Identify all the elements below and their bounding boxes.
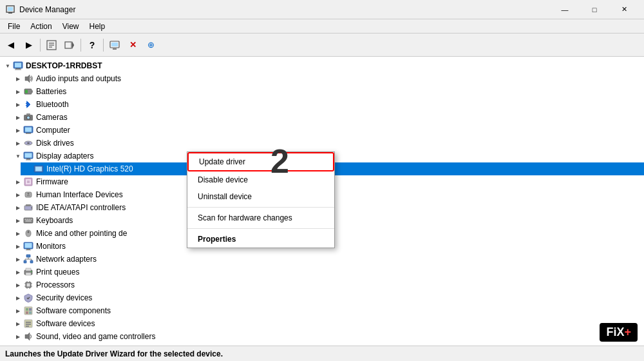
svg-point-22: [27, 117, 30, 119]
sw-devices-icon: [23, 318, 33, 329]
fix-watermark: FiX+: [600, 323, 638, 342]
toolbar-add[interactable]: ⊕: [142, 37, 159, 54]
tree-print[interactable]: ▶ Print queues: [10, 266, 644, 278]
svg-rect-81: [26, 311, 28, 314]
svg-rect-13: [15, 63, 21, 68]
toolbar: ◀ ▶ ? ✕ ⊕: [0, 34, 644, 57]
network-label: Network adapters: [36, 255, 97, 264]
close-button[interactable]: ✕: [609, 0, 639, 19]
network-toggle: ▶: [13, 254, 23, 264]
svg-rect-48: [29, 219, 30, 220]
menu-view[interactable]: View: [57, 21, 84, 32]
tree-batteries[interactable]: ▶ Batteries: [10, 85, 644, 98]
disk-icon: [23, 138, 33, 148]
menu-help[interactable]: Help: [84, 21, 111, 32]
security-label: Security devices: [36, 293, 92, 302]
ctx-disable-device[interactable]: Disable device: [187, 171, 334, 188]
tree-root[interactable]: ▼ DESKTOP-1RRDBST: [0, 59, 644, 72]
ctx-uninstall-device[interactable]: Uninstall device: [187, 188, 334, 205]
svg-marker-87: [25, 333, 30, 340]
svg-rect-23: [26, 113, 30, 115]
svg-rect-79: [26, 308, 28, 311]
print-icon: [23, 267, 33, 277]
svg-rect-7: [65, 42, 71, 48]
processors-icon: [23, 280, 33, 290]
processors-label: Processors: [36, 280, 75, 289]
context-menu: Update driver Disable device Uninstall d…: [187, 151, 335, 248]
toolbar-sep-1: [40, 39, 41, 52]
svg-rect-2: [8, 7, 13, 11]
toolbar-help[interactable]: ?: [84, 37, 100, 54]
toolbar-forward[interactable]: ▶: [21, 37, 37, 54]
print-toggle: ▶: [13, 267, 23, 277]
toolbar-scan[interactable]: [106, 37, 123, 54]
menu-bar: File Action View Help: [0, 19, 644, 34]
tree-disk[interactable]: ▶ Disk drives: [10, 137, 644, 150]
storage-toggle: ▶: [13, 344, 23, 346]
tree-processors[interactable]: ▶ Processors: [10, 278, 644, 291]
window-title: Device Manager: [19, 5, 550, 14]
svg-rect-34: [35, 167, 42, 171]
tree-cameras[interactable]: ▶ Cameras: [10, 111, 644, 124]
network-icon: [23, 254, 33, 264]
tree-sw-devices[interactable]: ▶ Software devices: [10, 317, 644, 330]
sw-components-icon: [23, 306, 33, 316]
toolbar-properties[interactable]: [43, 37, 60, 54]
tree-network[interactable]: ▶ Network adapters: [10, 253, 644, 266]
cameras-toggle: ▶: [13, 112, 23, 122]
minimize-button[interactable]: —: [550, 0, 580, 19]
svg-rect-85: [26, 324, 31, 325]
toolbar-sep-2: [80, 39, 81, 52]
status-bar: Launches the Update Driver Wizard for th…: [0, 346, 644, 361]
window-controls: — □ ✕: [550, 0, 639, 19]
security-toggle: ▶: [13, 293, 23, 303]
batteries-icon: [23, 86, 33, 97]
sound-icon: [23, 331, 33, 342]
tree-storage[interactable]: ▶ Storage controllers: [10, 343, 644, 346]
audio-label: Audio inputs and outputs: [36, 74, 121, 83]
ctx-scan-hardware[interactable]: Scan for hardware changes: [187, 210, 334, 226]
toolbar-update-driver[interactable]: [61, 37, 78, 54]
ide-toggle: ▶: [13, 202, 23, 213]
keyboards-label: Keyboards: [36, 216, 73, 225]
keyboards-icon: [23, 215, 33, 226]
title-bar: Device Manager — □ ✕: [0, 0, 644, 19]
svg-rect-80: [29, 308, 32, 311]
storage-label: Storage controllers: [36, 345, 101, 346]
menu-file[interactable]: File: [3, 21, 25, 32]
batteries-label: Batteries: [36, 87, 66, 96]
svg-rect-18: [32, 90, 33, 93]
hid-icon: [23, 190, 33, 200]
audio-toggle: ▶: [13, 73, 23, 84]
tree-bluetooth[interactable]: ▶ Bluetooth: [10, 98, 644, 111]
monitors-icon: [23, 241, 33, 251]
hid-label: Human Interface Devices: [36, 190, 123, 199]
sw-components-label: Software components: [36, 306, 111, 315]
disk-toggle: ▶: [13, 138, 23, 148]
svg-rect-43: [26, 204, 31, 206]
root-computer-icon: [13, 61, 23, 71]
toolbar-remove[interactable]: ✕: [124, 37, 141, 54]
mice-label: Mice and other pointing de: [36, 229, 127, 238]
audio-icon: [23, 73, 33, 84]
ctx-update-driver[interactable]: Update driver: [187, 152, 334, 171]
tree-sw-components[interactable]: ▶ Software components: [10, 304, 644, 317]
display-toggle: ▼: [13, 151, 23, 161]
sound-label: Sound, video and game controllers: [36, 332, 155, 341]
tree-audio[interactable]: ▶ Audio inputs and outputs: [10, 72, 644, 85]
ctx-properties[interactable]: Properties: [187, 231, 334, 248]
tree-sound[interactable]: ▶ Sound, video and game controllers: [10, 330, 644, 343]
processors-toggle: ▶: [13, 280, 23, 290]
computer-icon: [23, 125, 33, 135]
tree-computer[interactable]: ▶ Computer: [10, 124, 644, 137]
toolbar-back[interactable]: ◀: [3, 37, 19, 54]
gpu-icon: [33, 164, 44, 174]
svg-rect-82: [29, 311, 32, 314]
menu-action[interactable]: Action: [25, 21, 57, 32]
disk-label: Disk drives: [36, 139, 74, 148]
storage-icon: [23, 344, 33, 346]
tree-security[interactable]: ▶ Security devices: [10, 291, 644, 304]
maximize-button[interactable]: □: [580, 0, 609, 19]
svg-rect-1: [8, 12, 12, 14]
sw-components-toggle: ▶: [13, 306, 23, 316]
